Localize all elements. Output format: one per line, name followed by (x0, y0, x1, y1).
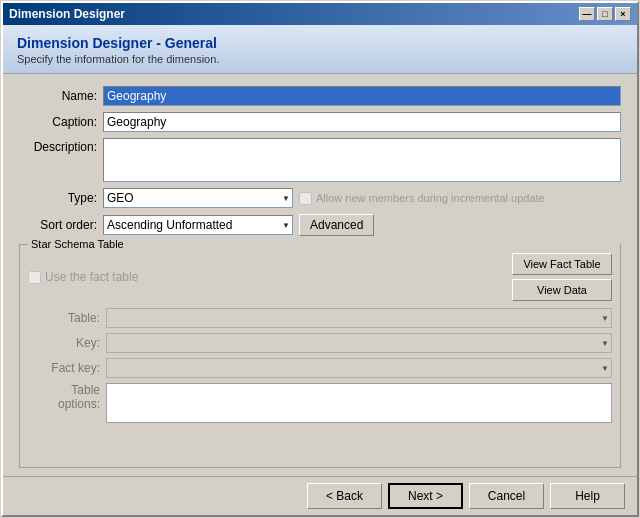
allow-members-checkbox (299, 192, 312, 205)
header-subtitle: Specify the information for the dimensio… (17, 53, 623, 65)
description-row: Description: (19, 138, 621, 182)
use-fact-row: Use the fact table View Fact Table View … (28, 253, 612, 303)
key-select[interactable] (106, 333, 612, 353)
table-select[interactable] (106, 308, 612, 328)
advanced-button[interactable]: Advanced (299, 214, 374, 236)
sort-label: Sort order: (19, 218, 97, 232)
maximize-button[interactable]: □ (597, 7, 613, 21)
caption-row: Caption: (19, 112, 621, 132)
type-label: Type: (19, 191, 97, 205)
table-select-wrapper (106, 308, 612, 328)
name-input[interactable] (103, 86, 621, 106)
help-button[interactable]: Help (550, 483, 625, 509)
description-input[interactable] (103, 138, 621, 182)
view-fact-button[interactable]: View Fact Table (512, 253, 612, 275)
sort-row: Sort order: Ascending Unformatted Advanc… (19, 214, 621, 236)
footer: < Back Next > Cancel Help (3, 476, 637, 515)
view-data-button[interactable]: View Data (512, 279, 612, 301)
fact-key-row: Fact key: (28, 358, 612, 378)
table-options-row: Table options: (28, 383, 612, 459)
table-options-input[interactable] (106, 383, 612, 423)
table-label: Table: (28, 311, 100, 325)
cancel-button[interactable]: Cancel (469, 483, 544, 509)
sort-select-wrapper: Ascending Unformatted (103, 215, 293, 235)
star-schema-group: Star Schema Table Use the fact table Vie… (19, 244, 621, 468)
header-section: Dimension Designer - General Specify the… (3, 25, 637, 74)
star-schema-content: Use the fact table View Fact Table View … (20, 253, 620, 467)
key-label: Key: (28, 336, 100, 350)
table-row: Table: (28, 308, 612, 328)
type-row: Type: GEO Allow new members during incre… (19, 188, 621, 208)
main-window: Dimension Designer — □ × Dimension Desig… (1, 1, 639, 517)
type-select[interactable]: GEO (103, 188, 293, 208)
use-fact-label[interactable]: Use the fact table (28, 270, 138, 284)
fact-key-select-wrapper (106, 358, 612, 378)
key-select-wrapper (106, 333, 612, 353)
title-bar-buttons: — □ × (579, 7, 631, 21)
name-label: Name: (19, 89, 97, 103)
fact-buttons: View Fact Table View Data (512, 253, 612, 301)
window-title: Dimension Designer (9, 7, 125, 21)
use-fact-checkbox (28, 271, 41, 284)
star-schema-legend: Star Schema Table (28, 238, 620, 250)
allow-members-label[interactable]: Allow new members during incremental upd… (299, 192, 545, 205)
sort-select[interactable]: Ascending Unformatted (103, 215, 293, 235)
next-button[interactable]: Next > (388, 483, 463, 509)
table-options-label: Table options: (28, 383, 100, 411)
content-area: Name: Caption: Description: Type: GEO Al… (3, 74, 637, 476)
back-button[interactable]: < Back (307, 483, 382, 509)
key-row: Key: (28, 333, 612, 353)
type-select-wrapper: GEO (103, 188, 293, 208)
caption-input[interactable] (103, 112, 621, 132)
caption-label: Caption: (19, 115, 97, 129)
close-button[interactable]: × (615, 7, 631, 21)
header-title: Dimension Designer - General (17, 35, 623, 51)
name-row: Name: (19, 86, 621, 106)
title-bar: Dimension Designer — □ × (3, 3, 637, 25)
minimize-button[interactable]: — (579, 7, 595, 21)
description-label: Description: (19, 138, 97, 154)
fact-key-label: Fact key: (28, 361, 100, 375)
fact-key-select[interactable] (106, 358, 612, 378)
